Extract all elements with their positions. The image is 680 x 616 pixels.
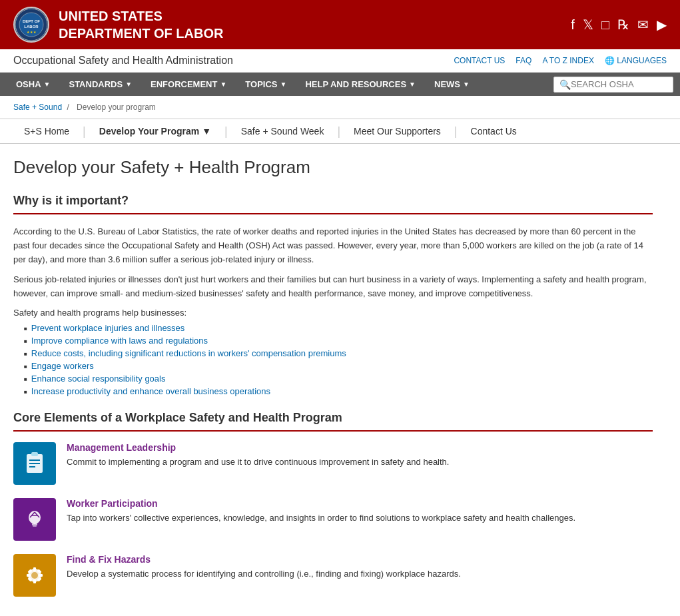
header-agency-title: UNITED STATESDEPARTMENT OF LABOR xyxy=(59,7,223,42)
svg-rect-6 xyxy=(31,452,38,456)
atoz-link[interactable]: A TO Z INDEX xyxy=(542,56,594,65)
topics-caret: ▼ xyxy=(280,81,287,88)
breadcrumb-current: Develop your program xyxy=(77,103,156,112)
list-item: Engage workers xyxy=(24,360,653,372)
osha-caret: ▼ xyxy=(44,81,51,88)
languages-link[interactable]: 🌐 LANGUAGES xyxy=(605,56,667,65)
breadcrumb-safe-sound[interactable]: Safe + Sound xyxy=(13,103,62,112)
svg-text:DEPT OF: DEPT OF xyxy=(23,19,40,23)
sec-nav-contact[interactable]: Contact Us xyxy=(460,119,527,143)
nav-standards[interactable]: STANDARDS ▼ xyxy=(59,73,141,96)
sec-nav-div2: | xyxy=(222,125,230,139)
sec-nav-develop[interactable]: Develop Your Program ▼ xyxy=(89,119,222,143)
search-icon: 🔍 xyxy=(559,79,571,90)
secondary-nav: S+S Home | Develop Your Program ▼ | Safe… xyxy=(0,119,680,144)
osha-title: Occupational Safety and Health Administr… xyxy=(13,55,233,67)
nav-help[interactable]: HELP AND RESOURCES ▼ xyxy=(296,73,425,96)
breadcrumb: Safe + Sound / Develop your program xyxy=(0,96,680,119)
core-divider xyxy=(13,430,653,432)
breadcrumb-separator: / xyxy=(67,103,71,112)
instagram-icon[interactable]: □ xyxy=(601,17,609,33)
clipboard-icon xyxy=(22,451,47,476)
svg-rect-19 xyxy=(33,579,36,583)
rss-icon[interactable]: ℞ xyxy=(617,17,629,33)
dol-seal: DEPT OF LABOR ★ ★ ★ xyxy=(13,7,49,43)
nav-osha[interactable]: OSHA ▼ xyxy=(7,73,59,96)
para2: Serious job-related injuries or illnesse… xyxy=(13,273,653,301)
gear-icon xyxy=(22,563,47,588)
hazards-content: Find & Fix Hazards Develop a systematic … xyxy=(67,554,653,581)
element-management: Management Leadership Commit to implemen… xyxy=(13,442,653,485)
list-item: Increase productivity and enhance overal… xyxy=(24,385,653,398)
nav-enforcement[interactable]: ENFORCEMENT ▼ xyxy=(141,73,236,96)
svg-rect-18 xyxy=(33,567,36,571)
sub-header: Occupational Safety and Health Administr… xyxy=(0,49,680,73)
header-left: DEPT OF LABOR ★ ★ ★ UNITED STATESDEPARTM… xyxy=(13,7,223,43)
standards-caret: ▼ xyxy=(125,81,132,88)
core-title: Core Elements of a Workplace Safety and … xyxy=(13,411,653,425)
svg-point-17 xyxy=(31,572,38,579)
hazards-icon-box xyxy=(13,554,56,597)
management-content: Management Leadership Commit to implemen… xyxy=(67,442,653,469)
sec-nav-week[interactable]: Safe + Sound Week xyxy=(230,119,335,143)
why-title: Why is it important? xyxy=(13,194,653,208)
enforcement-caret: ▼ xyxy=(220,81,226,88)
twitter-icon[interactable]: 𝕏 xyxy=(583,17,593,33)
svg-text:★ ★ ★: ★ ★ ★ xyxy=(27,30,37,34)
list-item: Reduce costs, including significant redu… xyxy=(24,347,653,360)
bullet-list: Prevent workplace injuries and illnesses… xyxy=(24,322,653,398)
list-item: Enhance social responsibility goals xyxy=(24,372,653,385)
sec-nav-div4: | xyxy=(452,125,460,139)
element-hazards: Find & Fix Hazards Develop a systematic … xyxy=(13,554,653,597)
management-desc: Commit to implementing a program and use… xyxy=(67,456,653,469)
nav-topics[interactable]: TOPICS ▼ xyxy=(236,73,296,96)
contact-us-link[interactable]: CONTACT US xyxy=(454,56,505,65)
para1: According to the U.S. Bureau of Labor St… xyxy=(13,225,653,266)
sub-header-links: CONTACT US FAQ A TO Z INDEX 🌐 LANGUAGES xyxy=(454,56,667,65)
element-worker: Worker Participation Tap into workers' c… xyxy=(13,498,653,541)
management-title: Management Leadership xyxy=(67,442,653,453)
nav-items: OSHA ▼ STANDARDS ▼ ENFORCEMENT ▼ TOPICS … xyxy=(7,73,479,96)
svg-rect-20 xyxy=(27,574,31,577)
management-icon-box xyxy=(13,442,56,485)
social-icons-bar: f 𝕏 □ ℞ ✉ ▶ xyxy=(571,17,667,33)
email-icon[interactable]: ✉ xyxy=(637,17,649,33)
top-header: DEPT OF LABOR ★ ★ ★ UNITED STATESDEPARTM… xyxy=(0,0,680,49)
search-input[interactable] xyxy=(571,79,664,89)
page-title: Develop your Safety + Health Program xyxy=(13,157,653,178)
sec-nav-div3: | xyxy=(334,125,343,139)
core-elements-section: Core Elements of a Workplace Safety and … xyxy=(13,411,653,597)
worker-desc: Tap into workers' collective experiences… xyxy=(67,511,653,525)
develop-caret: ▼ xyxy=(202,126,211,137)
hazards-title: Find & Fix Hazards xyxy=(67,554,653,565)
main-nav: OSHA ▼ STANDARDS ▼ ENFORCEMENT ▼ TOPICS … xyxy=(0,73,680,96)
sec-nav-home[interactable]: S+S Home xyxy=(13,119,80,143)
sec-nav-supporters[interactable]: Meet Our Supporters xyxy=(343,119,452,143)
list-item: Prevent workplace injuries and illnesses xyxy=(24,322,653,334)
bullet-intro: Safety and health programs help business… xyxy=(13,308,653,318)
faq-link[interactable]: FAQ xyxy=(515,56,531,65)
help-caret: ▼ xyxy=(409,81,416,88)
worker-icon-box xyxy=(13,498,56,541)
hazards-desc: Develop a systematic process for identif… xyxy=(67,567,653,581)
svg-rect-12 xyxy=(33,525,37,527)
globe-icon: 🌐 xyxy=(605,56,615,65)
nav-news[interactable]: NEWS ▼ xyxy=(425,73,479,96)
svg-text:LABOR: LABOR xyxy=(24,25,39,29)
facebook-icon[interactable]: f xyxy=(571,17,575,33)
search-box[interactable]: 🔍 xyxy=(553,77,673,93)
sec-nav-div1: | xyxy=(80,125,89,139)
main-content: Develop your Safety + Health Program Why… xyxy=(0,144,666,616)
list-item: Improve compliance with laws and regulat… xyxy=(24,334,653,347)
worker-content: Worker Participation Tap into workers' c… xyxy=(67,498,653,525)
youtube-icon[interactable]: ▶ xyxy=(657,17,667,33)
svg-rect-21 xyxy=(39,574,43,577)
why-divider xyxy=(13,213,653,214)
lightbulb-icon xyxy=(22,507,47,532)
news-caret: ▼ xyxy=(463,81,470,88)
worker-title: Worker Participation xyxy=(67,498,653,509)
svg-rect-11 xyxy=(32,523,37,525)
